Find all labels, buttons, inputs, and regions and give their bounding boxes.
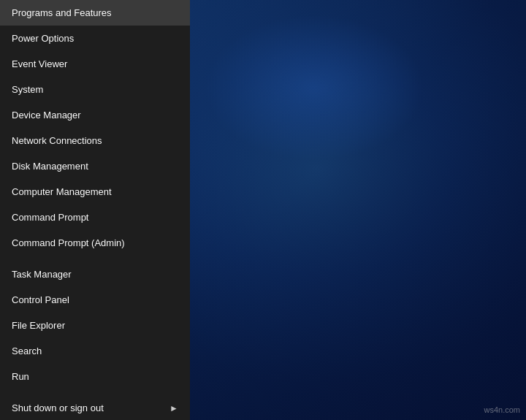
menu-item-shut-down-sign-out[interactable]: Shut down or sign out ► [0,395,190,420]
watermark: ws4n.com [484,405,520,414]
menu-item-computer-management[interactable]: Computer Management [0,179,190,205]
menu-item-disk-management[interactable]: Disk Management [0,153,190,179]
menu-item-power-options[interactable]: Power Options [0,26,190,51]
arrow-icon: ► [169,403,178,413]
menu-item-system[interactable]: System [0,77,190,102]
menu-item-event-viewer[interactable]: Event Viewer [0,51,190,77]
menu-item-command-prompt-admin[interactable]: Command Prompt (Admin) [0,230,190,256]
menu-item-command-prompt[interactable]: Command Prompt [0,205,190,230]
menu-item-file-explorer[interactable]: File Explorer [0,313,190,338]
menu-item-device-manager[interactable]: Device Manager [0,102,190,128]
menu-item-network-connections[interactable]: Network Connections [0,128,190,153]
menu-item-control-panel[interactable]: Control Panel [0,287,190,313]
menu-item-search[interactable]: Search [0,338,190,364]
menu-item-task-manager[interactable]: Task Manager [0,261,190,287]
menu-item-run[interactable]: Run [0,364,190,389]
context-menu: Programs and Features Power Options Even… [0,0,190,420]
menu-item-programs-features[interactable]: Programs and Features [0,0,190,26]
